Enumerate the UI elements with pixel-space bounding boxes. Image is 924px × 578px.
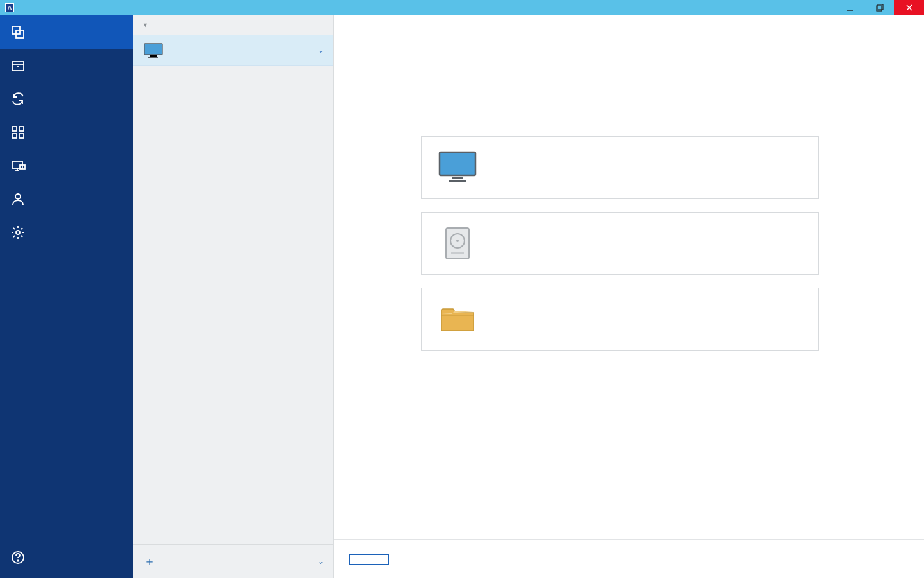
source-options bbox=[352, 136, 888, 351]
gear-icon bbox=[10, 225, 26, 240]
svg-rect-23 bbox=[150, 55, 157, 57]
svg-point-30 bbox=[456, 240, 459, 242]
svg-rect-13 bbox=[19, 134, 24, 138]
svg-rect-2 bbox=[878, 4, 883, 10]
svg-point-18 bbox=[15, 194, 21, 199]
source-files[interactable] bbox=[421, 288, 819, 351]
source-entire-pc[interactable] bbox=[421, 136, 819, 199]
sync-icon bbox=[10, 91, 26, 107]
close-button[interactable] bbox=[894, 0, 924, 15]
nav-settings[interactable] bbox=[0, 216, 133, 249]
account-icon bbox=[10, 191, 26, 207]
svg-rect-7 bbox=[12, 62, 24, 71]
svg-rect-11 bbox=[19, 127, 24, 131]
minimize-button[interactable] bbox=[835, 0, 865, 15]
chevron-down-icon[interactable]: ⌄ bbox=[318, 46, 324, 55]
svg-rect-25 bbox=[440, 152, 475, 175]
back-button[interactable] bbox=[349, 554, 389, 565]
help-icon bbox=[10, 550, 26, 565]
list-group-header[interactable]: ▼ bbox=[133, 15, 333, 35]
tools-icon bbox=[10, 125, 26, 140]
disk-icon bbox=[437, 225, 478, 261]
svg-rect-27 bbox=[449, 180, 466, 182]
svg-rect-31 bbox=[451, 252, 464, 254]
caret-down-icon: ▼ bbox=[142, 22, 148, 28]
window-titlebar: A bbox=[0, 0, 924, 15]
plus-icon: ＋ bbox=[144, 554, 155, 569]
svg-rect-24 bbox=[148, 57, 158, 58]
svg-rect-10 bbox=[12, 127, 17, 131]
source-disks[interactable] bbox=[421, 212, 819, 275]
svg-rect-22 bbox=[144, 44, 162, 55]
svg-rect-12 bbox=[12, 134, 17, 138]
svg-point-21 bbox=[17, 560, 19, 561]
backup-icon bbox=[10, 24, 26, 40]
svg-point-19 bbox=[16, 231, 20, 234]
archive-icon bbox=[10, 58, 26, 73]
folder-icon bbox=[437, 301, 478, 337]
svg-rect-26 bbox=[452, 177, 463, 179]
nav-backup[interactable] bbox=[0, 15, 133, 49]
app-icon: A bbox=[5, 3, 14, 12]
maximize-button[interactable] bbox=[865, 0, 894, 15]
nav-account[interactable] bbox=[0, 182, 133, 216]
monitor-icon bbox=[437, 150, 478, 186]
nav-dashboard[interactable] bbox=[0, 149, 133, 182]
sidebar-nav bbox=[0, 15, 133, 578]
nav-help[interactable] bbox=[0, 539, 133, 578]
dashboard-icon bbox=[10, 158, 26, 173]
window-controls bbox=[835, 0, 924, 15]
chevron-down-icon[interactable]: ⌄ bbox=[318, 557, 324, 566]
nav-archive[interactable] bbox=[0, 49, 133, 82]
nav-tools[interactable] bbox=[0, 116, 133, 149]
backup-list-panel: ▼ ⌄ ＋ ⌄ bbox=[133, 15, 334, 578]
backup-list-item[interactable]: ⌄ bbox=[133, 35, 333, 66]
monitor-icon bbox=[144, 43, 163, 57]
nav-sync[interactable] bbox=[0, 82, 133, 116]
add-backup-button[interactable]: ＋ ⌄ bbox=[133, 544, 333, 578]
footer-bar bbox=[334, 539, 924, 578]
main-panel bbox=[334, 15, 924, 578]
svg-rect-1 bbox=[877, 6, 882, 11]
